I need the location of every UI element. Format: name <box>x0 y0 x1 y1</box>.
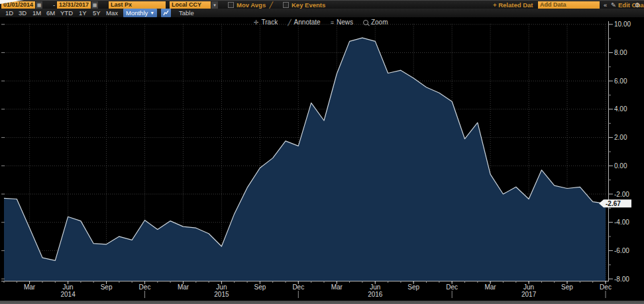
news-tool[interactable]: ≡News <box>331 19 353 26</box>
track-tool[interactable]: ✛Track <box>254 19 278 26</box>
annotate-pencil-icon: ╱ <box>288 19 291 26</box>
date-range-dash: - <box>53 1 55 9</box>
y-tick-label: -6.00 <box>614 247 629 254</box>
y-tick-label: 6.00 <box>614 77 627 85</box>
y-tick-label: -4.00 <box>614 219 629 226</box>
x-tick-label: Sep <box>101 283 113 291</box>
y-tick-label: 2.00 <box>614 134 627 141</box>
collapse-button[interactable]: « <box>604 1 607 9</box>
last-price-label: -2.67 <box>606 200 621 207</box>
y-tick-label: -2.00 <box>614 191 629 198</box>
track-crosshair-icon: ✛ <box>254 19 259 26</box>
bloomberg-chart-window: 01/01/2014▦ - 12/31/2017▦ Last Px Local … <box>0 0 644 304</box>
table-button[interactable]: Table <box>179 9 194 17</box>
period-button-ytd[interactable]: YTD <box>60 9 73 17</box>
currency-select[interactable]: Local CCY▾ <box>170 1 218 9</box>
period-button-max[interactable]: Max <box>106 9 118 17</box>
chevron-down-icon[interactable]: ▾ <box>211 1 218 9</box>
period-button-1y[interactable]: 1Y <box>79 9 87 17</box>
y-tick-label: 0.00 <box>614 162 627 170</box>
edit-pencil-icon[interactable]: ✎ <box>611 1 616 9</box>
line-chart-icon <box>163 10 169 16</box>
x-tick-label: Jun <box>370 283 380 291</box>
period-button-5y[interactable]: 5Y <box>93 9 101 17</box>
x-tick-label: Sep <box>407 283 419 291</box>
frequency-value: Monthly <box>126 9 148 17</box>
year-label: 2014 <box>60 291 76 298</box>
x-tick-label: Dec <box>292 283 304 291</box>
x-tick-label: Dec <box>139 283 151 291</box>
related-data-button[interactable]: + Related Dat <box>493 1 533 9</box>
chevron-down-icon: ▼ <box>150 9 154 17</box>
key-events-toggle[interactable]: Key Events <box>283 1 325 9</box>
period-toolbar: 1D 3D 1M 6M YTD 1Y 5Y Max Monthly▼ Table <box>0 9 644 18</box>
year-label: 2015 <box>214 291 229 298</box>
key-events-label: Key Events <box>292 1 325 9</box>
date-to-value[interactable]: 12/31/2017 <box>57 1 91 9</box>
pencil-icon[interactable]: ╱ <box>269 1 273 9</box>
window-bottom-edge <box>0 301 644 304</box>
key-events-checkbox[interactable] <box>283 2 289 8</box>
chart-tools-strip: ✛Track ╱Annotate ≡News Zoom <box>254 18 388 26</box>
period-button-1m[interactable]: 1M <box>32 9 41 17</box>
y-tick-label: 10.00 <box>614 21 631 28</box>
mov-avgs-toggle[interactable]: Mov Avgs ╱ <box>228 1 273 9</box>
mov-avgs-checkbox[interactable] <box>228 2 234 8</box>
period-button-6m[interactable]: 6M <box>46 9 55 17</box>
annotate-tool[interactable]: ╱Annotate <box>288 19 320 26</box>
year-label: 2017 <box>521 291 537 298</box>
price-area-chart[interactable]: 10.008.006.004.002.000.00-2.00-4.00-6.00… <box>0 19 644 304</box>
frequency-dropdown[interactable]: Monthly▼ <box>123 9 157 17</box>
x-tick-label: Jun <box>216 283 227 291</box>
x-tick-label: Mar <box>331 283 343 291</box>
x-tick-label: Dec <box>446 283 458 291</box>
chart-settings-toolbar: 01/01/2014▦ - 12/31/2017▦ Last Px Local … <box>0 0 644 9</box>
add-data-placeholder[interactable]: Add Data <box>538 1 600 9</box>
price-field-value[interactable]: Last Px <box>109 1 166 9</box>
mov-avgs-label: Mov Avgs <box>237 1 266 9</box>
y-tick-label: 8.00 <box>614 49 627 56</box>
period-button-3d[interactable]: 3D <box>19 9 27 17</box>
period-button-1d[interactable]: 1D <box>5 9 13 17</box>
magnifier-icon <box>363 20 368 25</box>
add-data-field[interactable]: Add Data <box>538 1 600 9</box>
zoom-tool[interactable]: Zoom <box>363 19 388 26</box>
currency-value[interactable]: Local CCY <box>170 1 211 9</box>
x-tick-label: Mar <box>178 283 189 291</box>
x-tick-label: Mar <box>484 283 496 291</box>
calendar-icon[interactable]: ▦ <box>35 1 42 9</box>
x-tick-label: Sep <box>254 283 266 291</box>
calendar-icon[interactable]: ▦ <box>91 1 98 9</box>
x-tick-label: Sep <box>561 283 573 291</box>
y-tick-label: -8.00 <box>614 276 629 283</box>
gear-icon[interactable]: ⚙ <box>635 1 641 9</box>
date-to-field[interactable]: 12/31/2017▦ <box>57 1 98 9</box>
year-label: 2016 <box>368 291 383 298</box>
x-tick-label: Mar <box>24 283 36 291</box>
chart-type-button[interactable] <box>161 9 171 17</box>
y-tick-label: 4.00 <box>614 105 627 113</box>
area-series <box>4 38 606 281</box>
news-lines-icon: ≡ <box>331 19 334 26</box>
x-tick-label: Jun <box>523 283 534 291</box>
price-field-select[interactable]: Last Px <box>109 1 166 9</box>
x-tick-label: Dec <box>600 283 612 291</box>
x-tick-label: Jun <box>63 283 74 291</box>
